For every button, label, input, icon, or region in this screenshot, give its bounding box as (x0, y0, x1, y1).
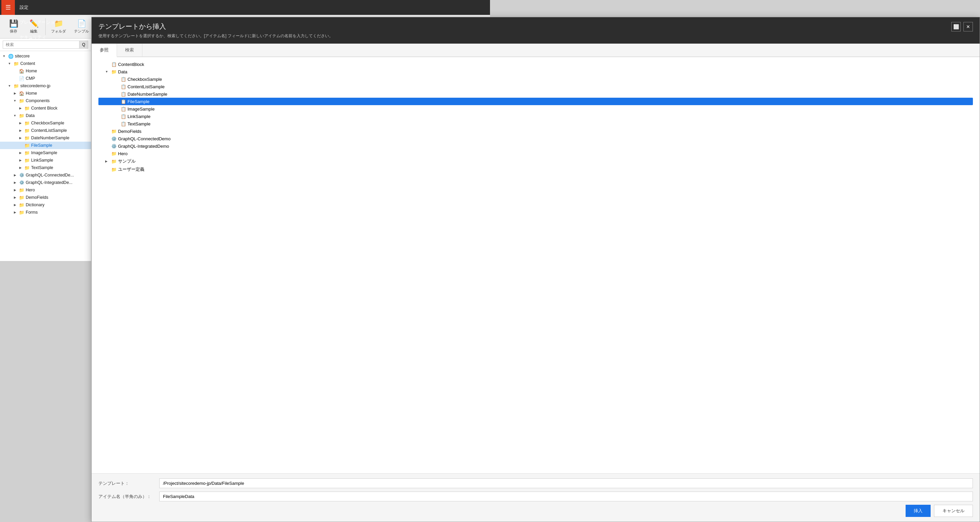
dialog-tree-node-icon: 📋 (121, 106, 126, 111)
template-button[interactable]: 📄 テンプル (70, 17, 93, 37)
sidebar-item-components[interactable]: ▼📁Components (0, 97, 91, 105)
dialog-tree-item-contentblock[interactable]: 📋ContentBlock (99, 60, 490, 68)
tree-arrow[interactable]: ▶ (18, 165, 23, 170)
tree-arrow[interactable]: ▶ (18, 128, 23, 133)
tree-arrow[interactable]: ▼ (12, 113, 18, 118)
search-input[interactable] (3, 41, 80, 49)
sidebar-item-imagesample[interactable]: ▶📁ImageSample (0, 149, 91, 156)
edit-button[interactable]: ✏️ 編集 (24, 17, 44, 37)
tree-node-label: sitecore (15, 54, 30, 59)
dialog-tree-node-label: ContentListSample (127, 84, 165, 89)
dialog-tree-item-graphql-integrated[interactable]: ⚙️GraphQL-IntegratedDemo (99, 142, 490, 150)
sidebar-item-filesample[interactable]: 📁FileSample (0, 142, 91, 149)
tree-node-icon: 📁 (24, 105, 30, 111)
dialog-tree-item-user-def[interactable]: 📁ユーザー定義 (99, 166, 490, 173)
sidebar-item-data[interactable]: ▼📁Data (0, 112, 91, 119)
tree-node-label: Hero (26, 188, 35, 193)
tree-arrow[interactable]: ▶ (12, 195, 18, 200)
dialog-tree-node-label: CheckboxSample (127, 77, 162, 82)
dialog-tree-node-icon: 📋 (121, 99, 126, 104)
dialog-tree-item-linksample[interactable]: 📋LinkSample (99, 113, 490, 120)
dialog-tree-node-label: DemoFields (118, 129, 142, 134)
dialog-tree-item-imagesample[interactable]: 📋ImageSample (99, 105, 490, 113)
tree-node-icon: 📁 (24, 127, 30, 134)
tree-arrow[interactable]: ▶ (12, 210, 18, 215)
dialog-tree-item-checkboxsample[interactable]: 📋CheckboxSample (99, 75, 490, 83)
dialog-tree-node-icon: 📋 (121, 76, 126, 82)
tree-arrow[interactable] (12, 76, 18, 81)
sidebar-item-checkboxsample[interactable]: ▶📁CheckboxSample (0, 119, 91, 127)
folder-button[interactable]: 📁 フォルダ (47, 17, 70, 37)
sidebar-item-demofields[interactable]: ▶📁DemoFields (0, 194, 91, 201)
tree-arrow[interactable]: ▶ (12, 187, 18, 193)
dialog-tree-item-demofields[interactable]: 📁DemoFields (99, 127, 490, 135)
dialog-tree-item-datenumbersample[interactable]: 📋DateNumberSample (99, 90, 490, 98)
tree-node-icon: 📁 (19, 113, 25, 119)
tree-arrow[interactable]: ▼ (12, 98, 18, 103)
tree-arrow[interactable]: ▼ (2, 53, 7, 59)
sidebar-item-cmp[interactable]: 📄CMP (0, 75, 91, 82)
tree-arrow[interactable]: ▶ (12, 180, 18, 185)
sidebar-item-graphql-integrated[interactable]: ▶⚙️GraphQL-IntegratedDe... (0, 179, 91, 186)
dialog-tree-node-icon: 📁 (111, 159, 117, 164)
save-button[interactable]: 💾 保存 (3, 17, 24, 37)
tree-node-label: ContentListSample (31, 128, 67, 133)
sidebar-item-contentlistsample[interactable]: ▶📁ContentListSample (0, 127, 91, 134)
sidebar-item-content-block[interactable]: ▶📁Content Block (0, 105, 91, 112)
sidebar-item-dictionary[interactable]: ▶📁Dictionary (0, 201, 91, 208)
tab-search[interactable]: 検索 (117, 44, 142, 56)
tree-arrow[interactable]: ▶ (12, 91, 18, 96)
dialog-tree-item-graphql-connected[interactable]: ⚙️GraphQL-ConnectedDemo (99, 135, 490, 142)
dialog-tree-node-icon: 📋 (121, 91, 126, 97)
sidebar-item-sitecoredemo-jp[interactable]: ▼📁sitecoredemo-jp (0, 82, 91, 89)
sidebar-item-home[interactable]: 🏠Home (0, 67, 91, 75)
sidebar-tree: ▼🌐sitecore▼📁Content 🏠Home 📄CMP▼📁sitecore… (0, 51, 91, 261)
tree-arrow[interactable]: ▶ (18, 150, 23, 156)
sidebar-item-graphql-connected[interactable]: ▶⚙️GraphQL-ConnectedDe... (0, 172, 91, 179)
sidebar-item-datenumbersample[interactable]: ▶📁DateNumberSample (0, 134, 91, 142)
sidebar-item-textsample[interactable]: ▶📁TextSample (0, 164, 91, 172)
tree-arrow[interactable]: ▼ (7, 61, 12, 66)
tree-node-icon: 📁 (24, 120, 30, 126)
tree-arrow[interactable]: ▶ (18, 105, 23, 111)
tree-arrow[interactable] (18, 143, 23, 148)
dialog-tree-node-label: Data (118, 69, 127, 74)
dialog-tree-item-textsample[interactable]: 📋TextSample (99, 120, 490, 127)
hamburger-icon: ☰ (5, 4, 11, 11)
tree-arrow[interactable]: ▶ (12, 172, 18, 178)
tree-node-icon: 📁 (19, 202, 25, 208)
tree-arrow[interactable] (12, 68, 18, 74)
main-area: Q ▼🌐sitecore▼📁Content 🏠Home 📄CMP▼📁siteco… (0, 38, 490, 261)
dialog-tree-arrow[interactable]: ▶ (105, 159, 110, 163)
tree-arrow[interactable]: ▶ (18, 158, 23, 163)
sidebar-item-content[interactable]: ▼📁Content (0, 60, 91, 67)
sidebar-item-forms[interactable]: ▶📁Forms (0, 208, 91, 216)
tree-arrow[interactable]: ▶ (18, 135, 23, 141)
tree-node-label: Dictionary (26, 202, 45, 207)
menu-bar: ☰ ホームナビゲートレビューパブリッシュバージョン設定プレゼンテーションセキュリ… (0, 0, 490, 15)
sidebar-item-home2[interactable]: ▶🏠Home (0, 89, 91, 97)
dialog-tree-item-contentlistsample[interactable]: 📋ContentListSample (99, 83, 490, 90)
menu-item-設定[interactable]: 設定 (15, 0, 64, 15)
save-icon: 💾 (9, 19, 18, 28)
dialog-tree-arrow[interactable]: ▼ (105, 70, 110, 73)
tree-arrow[interactable]: ▶ (18, 120, 23, 126)
tree-node-icon: 📁 (13, 60, 19, 67)
tree-node-label: FileSample (31, 143, 52, 148)
sidebar-item-hero[interactable]: ▶📁Hero (0, 186, 91, 194)
dialog-tree-item-filesample[interactable]: 📋FileSample (99, 98, 490, 105)
tab-browse[interactable]: 参照 (92, 44, 117, 57)
hamburger-menu[interactable]: ☰ (2, 0, 15, 15)
sidebar-item-sitecore[interactable]: ▼🌐sitecore (0, 53, 91, 60)
tree-node-icon: 📁 (19, 194, 25, 201)
tree-arrow[interactable]: ▶ (12, 202, 18, 208)
tree-node-label: Content (20, 61, 35, 66)
tree-node-label: Home (26, 68, 37, 73)
dialog-tree-item-data[interactable]: ▼📁Data (99, 68, 490, 75)
dialog-subtitle: 使用するテンプレートを選択するか、検索してください。[アイテム名] フィールドに… (99, 33, 333, 39)
sidebar-item-linksample[interactable]: ▶📁LinkSample (0, 156, 91, 164)
search-button[interactable]: Q (80, 41, 88, 49)
tree-arrow[interactable]: ▼ (7, 83, 12, 89)
dialog-tree-item-sample[interactable]: ▶📁サンプル (99, 157, 490, 166)
dialog-tree-item-hero[interactable]: 📁Hero (99, 150, 490, 157)
